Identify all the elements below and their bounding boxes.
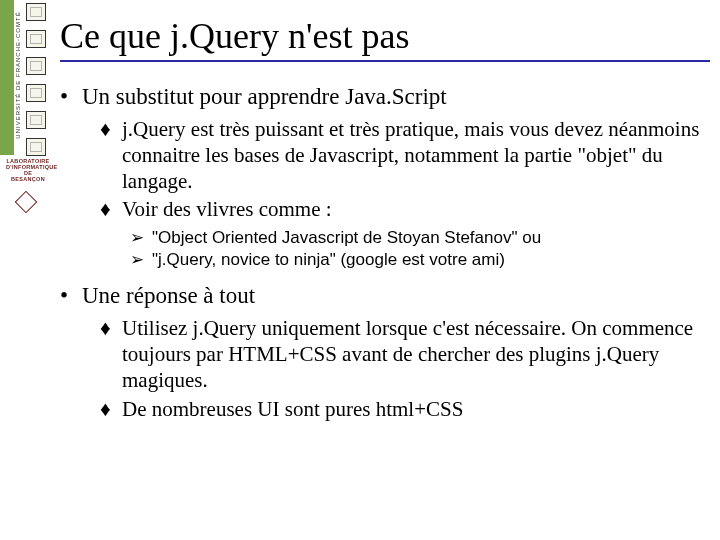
diamond-icon — [15, 191, 38, 214]
sidebar-color-band — [0, 0, 14, 155]
bullet-block: • Un substitut pour apprendre Java.Scrip… — [60, 82, 710, 271]
decorative-icon — [26, 57, 46, 75]
lab-line: BESANÇON — [11, 176, 45, 182]
bullet-level-2: ♦ De nombreuses UI sont pures html+CSS — [100, 396, 710, 422]
slide-title: Ce que j.Query n'est pas — [60, 18, 710, 62]
sidebar-logo-strip: UNIVERSITÉ DE FRANCHE-COMTÉ LABORATOIRE … — [0, 0, 54, 200]
bullet-text: Utilisez j.Query uniquement lorsque c'es… — [122, 315, 710, 394]
university-name-vertical: UNIVERSITÉ DE FRANCHE-COMTÉ — [15, 0, 21, 153]
bullet-text: Une réponse à tout — [82, 281, 255, 311]
bullet-level-2: ♦ Utilisez j.Query uniquement lorsque c'… — [100, 315, 710, 394]
decorative-icon — [26, 30, 46, 48]
bullet-dot-icon: • — [60, 281, 82, 311]
bullet-level-2: ♦ j.Query est très puissant et très prat… — [100, 116, 710, 195]
bullet-text: De nombreuses UI sont pures html+CSS — [122, 396, 463, 422]
decorative-icon — [26, 138, 46, 156]
slide-content: Ce que j.Query n'est pas • Un substitut … — [60, 18, 710, 428]
bullet-diamond-icon: ♦ — [100, 396, 122, 422]
decorative-icon — [26, 111, 46, 129]
bullet-arrow-icon: ➢ — [130, 227, 152, 249]
bullet-text: Voir des vlivres comme : — [122, 196, 332, 222]
bullet-arrow-icon: ➢ — [130, 249, 152, 271]
decorative-icon — [26, 3, 46, 21]
bullet-level-3: ➢ "j.Query, novice to ninja" (google est… — [130, 249, 710, 271]
bullet-level-2: ♦ Voir des vlivres comme : — [100, 196, 710, 222]
bullet-diamond-icon: ♦ — [100, 116, 122, 195]
bullet-level-1: • Un substitut pour apprendre Java.Scrip… — [60, 82, 710, 112]
bullet-diamond-icon: ♦ — [100, 315, 122, 394]
decorative-icon — [26, 84, 46, 102]
bullet-text: Un substitut pour apprendre Java.Script — [82, 82, 447, 112]
bullet-level-3: ➢ "Object Oriented Javascript de Stoyan … — [130, 227, 710, 249]
bullet-text: "Object Oriented Javascript de Stoyan St… — [152, 227, 541, 249]
sidebar-icon-stack — [26, 3, 50, 165]
bullet-text: "j.Query, novice to ninja" (google est v… — [152, 249, 505, 271]
bullet-level-1: • Une réponse à tout — [60, 281, 710, 311]
bullet-diamond-icon: ♦ — [100, 196, 122, 222]
bullet-block: • Une réponse à tout ♦ Utilisez j.Query … — [60, 281, 710, 422]
lab-label: LABORATOIRE D'INFORMATIQUE DE BESANÇON — [6, 158, 50, 182]
bullet-text: j.Query est très puissant et très pratiq… — [122, 116, 710, 195]
bullet-dot-icon: • — [60, 82, 82, 112]
